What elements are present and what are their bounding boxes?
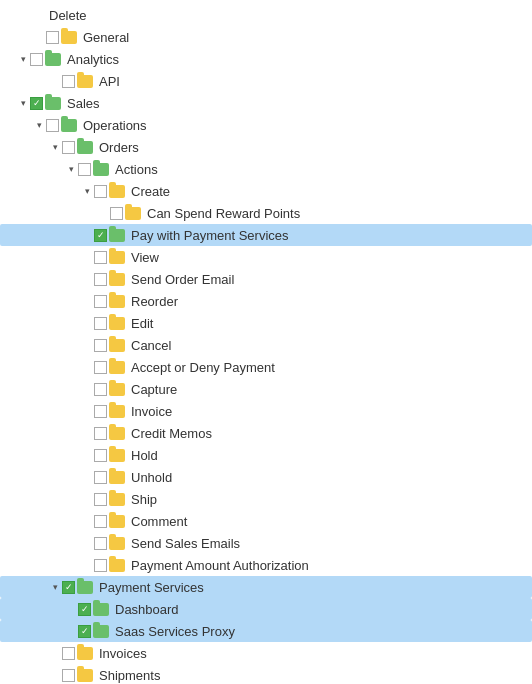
item-label: Credit Memos — [128, 426, 215, 441]
item-checkbox[interactable] — [94, 383, 107, 396]
collapse-toggle[interactable]: ▾ — [48, 580, 62, 594]
item-checkbox[interactable] — [94, 295, 107, 308]
item-label: Pay with Payment Services — [128, 228, 292, 243]
item-label: Invoice — [128, 404, 175, 419]
tree-item-ship: Ship — [0, 488, 532, 510]
item-label: Delete — [46, 8, 90, 23]
tree-item-payment-amount-auth: Payment Amount Authorization — [0, 554, 532, 576]
item-checkbox[interactable] — [94, 427, 107, 440]
item-checkbox[interactable] — [94, 405, 107, 418]
collapse-toggle[interactable]: ▾ — [16, 96, 30, 110]
tree-item-shipments: Shipments — [0, 664, 532, 684]
item-label: Shipments — [96, 668, 163, 683]
folder-icon — [109, 185, 125, 198]
collapse-toggle[interactable]: ▾ — [64, 162, 78, 176]
item-label: General — [80, 30, 132, 45]
item-checkbox[interactable] — [94, 471, 107, 484]
permission-tree: DeleteGeneral▾AnalyticsAPI▾Sales▾Operati… — [0, 0, 532, 684]
item-checkbox[interactable] — [94, 185, 107, 198]
folder-icon — [109, 273, 125, 286]
tree-item-actions: ▾Actions — [0, 158, 532, 180]
folder-icon — [77, 669, 93, 682]
item-checkbox[interactable] — [94, 273, 107, 286]
item-label: Unhold — [128, 470, 175, 485]
folder-icon — [125, 207, 141, 220]
item-checkbox[interactable] — [46, 119, 59, 132]
tree-item-hold: Hold — [0, 444, 532, 466]
item-label: API — [96, 74, 123, 89]
folder-icon — [109, 449, 125, 462]
item-checkbox[interactable] — [94, 559, 107, 572]
tree-item-edit: Edit — [0, 312, 532, 334]
item-label: Orders — [96, 140, 142, 155]
folder-icon — [109, 295, 125, 308]
item-label: View — [128, 250, 162, 265]
item-label: Can Spend Reward Points — [144, 206, 303, 221]
collapse-toggle[interactable]: ▾ — [32, 118, 46, 132]
item-checkbox[interactable] — [94, 229, 107, 242]
item-checkbox[interactable] — [62, 141, 75, 154]
item-checkbox[interactable] — [46, 31, 59, 44]
tree-item-payment-services: ▾Payment Services — [0, 576, 532, 598]
tree-item-delete: Delete — [0, 4, 532, 26]
tree-item-can-spend-reward: Can Spend Reward Points — [0, 202, 532, 224]
tree-item-invoices: Invoices — [0, 642, 532, 664]
item-checkbox[interactable] — [94, 251, 107, 264]
item-checkbox[interactable] — [78, 625, 91, 638]
item-label: Invoices — [96, 646, 150, 661]
item-checkbox[interactable] — [30, 53, 43, 66]
folder-icon — [109, 537, 125, 550]
item-checkbox[interactable] — [94, 537, 107, 550]
tree-item-general: General — [0, 26, 532, 48]
folder-icon — [109, 471, 125, 484]
item-label: Saas Services Proxy — [112, 624, 238, 639]
item-label: Reorder — [128, 294, 181, 309]
tree-item-create: ▾Create — [0, 180, 532, 202]
tree-item-cancel: Cancel — [0, 334, 532, 356]
item-checkbox[interactable] — [62, 581, 75, 594]
folder-icon — [109, 361, 125, 374]
item-label: Sales — [64, 96, 103, 111]
collapse-toggle[interactable]: ▾ — [16, 52, 30, 66]
item-label: Actions — [112, 162, 161, 177]
collapse-toggle[interactable]: ▾ — [48, 140, 62, 154]
item-checkbox[interactable] — [78, 603, 91, 616]
tree-item-send-sales-emails: Send Sales Emails — [0, 532, 532, 554]
item-label: Ship — [128, 492, 160, 507]
folder-icon — [109, 251, 125, 264]
item-checkbox[interactable] — [30, 97, 43, 110]
folder-icon — [61, 31, 77, 44]
item-checkbox[interactable] — [94, 317, 107, 330]
tree-item-capture: Capture — [0, 378, 532, 400]
item-checkbox[interactable] — [62, 647, 75, 660]
item-checkbox[interactable] — [62, 75, 75, 88]
item-checkbox[interactable] — [94, 515, 107, 528]
item-label: Capture — [128, 382, 180, 397]
tree-item-api: API — [0, 70, 532, 92]
item-checkbox[interactable] — [94, 361, 107, 374]
item-label: Cancel — [128, 338, 174, 353]
item-label: Create — [128, 184, 173, 199]
item-checkbox[interactable] — [78, 163, 91, 176]
item-label: Analytics — [64, 52, 122, 67]
item-checkbox[interactable] — [110, 207, 123, 220]
item-checkbox[interactable] — [62, 669, 75, 682]
folder-icon — [109, 515, 125, 528]
item-label: Payment Services — [96, 580, 207, 595]
item-checkbox[interactable] — [94, 449, 107, 462]
tree-item-reorder: Reorder — [0, 290, 532, 312]
item-checkbox[interactable] — [94, 339, 107, 352]
tree-item-analytics: ▾Analytics — [0, 48, 532, 70]
item-checkbox[interactable] — [94, 493, 107, 506]
folder-icon — [93, 603, 109, 616]
folder-icon — [93, 163, 109, 176]
item-label: Accept or Deny Payment — [128, 360, 278, 375]
tree-item-invoice: Invoice — [0, 400, 532, 422]
collapse-toggle[interactable]: ▾ — [80, 184, 94, 198]
tree-item-credit-memos-orders: Credit Memos — [0, 422, 532, 444]
item-label: Edit — [128, 316, 156, 331]
tree-item-orders: ▾Orders — [0, 136, 532, 158]
folder-icon — [77, 75, 93, 88]
folder-icon — [45, 97, 61, 110]
folder-icon — [77, 581, 93, 594]
